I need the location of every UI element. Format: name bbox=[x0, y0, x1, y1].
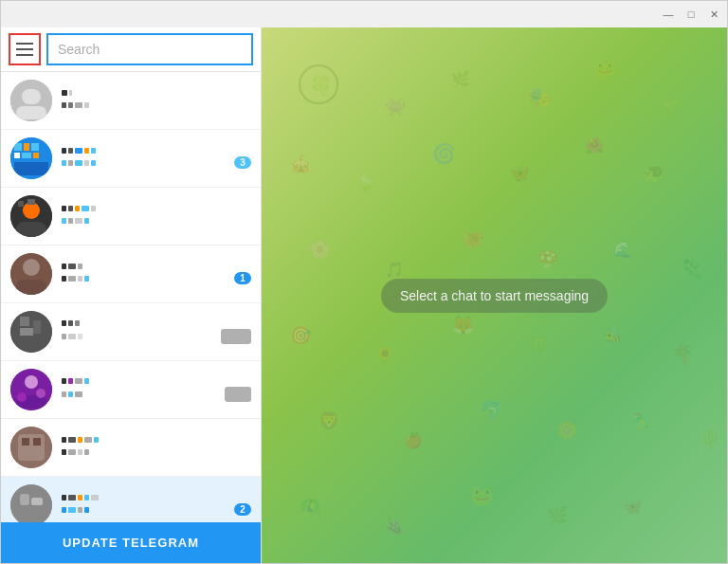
chat-preview bbox=[62, 387, 251, 402]
chat-top-row bbox=[62, 206, 251, 211]
chat-name bbox=[62, 90, 72, 96]
svg-text:🎯: 🎯 bbox=[290, 325, 312, 346]
svg-text:👾: 👾 bbox=[385, 97, 407, 118]
svg-text:🦜: 🦜 bbox=[632, 412, 652, 430]
svg-rect-15 bbox=[27, 199, 35, 205]
menu-button[interactable] bbox=[9, 33, 41, 65]
svg-text:🐝: 🐝 bbox=[604, 327, 624, 345]
avatar bbox=[10, 311, 52, 353]
title-bar: — □ ✕ bbox=[1, 1, 727, 27]
chat-preview-bars bbox=[62, 449, 230, 455]
chat-item[interactable]: 3 bbox=[1, 130, 261, 188]
chat-preview: 0 bbox=[62, 99, 251, 111]
svg-rect-9 bbox=[33, 153, 39, 158]
unread-badge: 2 bbox=[234, 503, 251, 516]
avatar bbox=[10, 484, 52, 522]
chat-item[interactable]: 0 bbox=[1, 188, 261, 246]
svg-rect-18 bbox=[16, 280, 46, 295]
svg-text:🐙: 🐙 bbox=[461, 227, 485, 250]
chat-item[interactable]: 0 bbox=[1, 72, 261, 130]
avatar-icon bbox=[10, 195, 52, 237]
chat-name bbox=[62, 206, 96, 211]
search-bar bbox=[1, 27, 261, 72]
chat-name bbox=[62, 378, 89, 384]
chat-preview: 0 bbox=[62, 446, 251, 458]
svg-text:🍀: 🍀 bbox=[528, 335, 550, 355]
chat-preview-bars bbox=[62, 391, 221, 397]
svg-text:🌊: 🌊 bbox=[613, 241, 633, 259]
search-input[interactable] bbox=[46, 33, 253, 65]
svg-text:🎪: 🎪 bbox=[290, 154, 312, 174]
chat-preview-bars bbox=[62, 507, 230, 513]
svg-rect-22 bbox=[33, 320, 41, 334]
svg-text:🌸: 🌸 bbox=[309, 239, 331, 260]
minimize-button[interactable]: — bbox=[663, 9, 674, 20]
svg-text:🌼: 🌼 bbox=[556, 420, 578, 441]
chat-content: 1 bbox=[62, 264, 251, 284]
svg-text:🎵: 🎵 bbox=[385, 261, 405, 279]
chat-top-row bbox=[62, 320, 251, 326]
update-telegram-button[interactable]: UPDATE TELEGRAM bbox=[1, 522, 261, 563]
chat-top-row bbox=[62, 495, 251, 500]
svg-text:🦁: 🦁 bbox=[318, 410, 340, 431]
svg-rect-8 bbox=[22, 153, 31, 158]
window-controls: — □ ✕ bbox=[663, 9, 719, 20]
svg-text:🦋: 🦋 bbox=[623, 498, 643, 516]
avatar-icon bbox=[10, 369, 52, 410]
chat-item[interactable] bbox=[1, 361, 261, 419]
svg-text:🐸: 🐸 bbox=[594, 59, 616, 80]
avatar-icon bbox=[10, 484, 52, 522]
svg-text:🌿: 🌿 bbox=[547, 505, 569, 526]
svg-point-27 bbox=[36, 389, 46, 398]
svg-rect-5 bbox=[24, 143, 29, 151]
svg-point-24 bbox=[25, 375, 38, 389]
svg-text:🌵: 🌵 bbox=[699, 428, 723, 450]
unread-badge bbox=[221, 329, 251, 344]
svg-rect-20 bbox=[20, 317, 29, 326]
unread-badge bbox=[225, 387, 251, 402]
chat-name bbox=[62, 148, 96, 154]
svg-text:🦊: 🦊 bbox=[451, 314, 476, 337]
chat-preview: 1 bbox=[62, 272, 251, 284]
svg-text:🍄: 🍄 bbox=[537, 249, 559, 270]
chat-top-row bbox=[62, 378, 251, 384]
chat-preview bbox=[62, 329, 251, 344]
chat-item[interactable]: 2 bbox=[1, 477, 261, 522]
svg-text:🦎: 🦎 bbox=[680, 257, 704, 280]
avatar bbox=[10, 369, 52, 410]
chat-item[interactable] bbox=[1, 303, 261, 361]
avatar bbox=[10, 253, 52, 295]
unread-badge: 1 bbox=[234, 272, 251, 284]
chat-item[interactable]: 0 bbox=[1, 419, 261, 477]
chat-name bbox=[62, 264, 82, 269]
svg-text:🌻: 🌻 bbox=[375, 346, 395, 364]
svg-text:🍇: 🍇 bbox=[385, 517, 405, 535]
chat-item[interactable]: 1 bbox=[1, 246, 261, 303]
maximize-button[interactable]: □ bbox=[685, 9, 697, 20]
chat-content: 0 bbox=[62, 206, 251, 227]
svg-rect-34 bbox=[31, 498, 43, 505]
chat-content: 0 bbox=[62, 90, 251, 111]
avatar-icon bbox=[10, 427, 52, 468]
close-button[interactable]: ✕ bbox=[708, 9, 719, 20]
svg-rect-31 bbox=[33, 438, 41, 446]
select-chat-message: Select a chat to start messaging bbox=[381, 279, 608, 313]
chat-name bbox=[62, 320, 80, 326]
chat-content: 2 bbox=[62, 495, 251, 516]
svg-rect-13 bbox=[16, 222, 46, 237]
chat-content bbox=[62, 320, 251, 344]
chat-top-row bbox=[62, 90, 251, 96]
avatar bbox=[10, 195, 52, 237]
chat-list: 0 bbox=[1, 72, 261, 522]
chat-preview-bars bbox=[62, 102, 230, 108]
chat-content: 0 bbox=[62, 437, 251, 458]
svg-text:🦚: 🦚 bbox=[300, 496, 321, 517]
chat-top-row bbox=[62, 148, 251, 154]
chat-top-row bbox=[62, 437, 251, 443]
svg-text:🎭: 🎭 bbox=[528, 85, 553, 108]
chat-preview: 0 bbox=[62, 214, 251, 227]
menu-icon-line2 bbox=[16, 48, 33, 50]
avatar bbox=[10, 137, 52, 179]
svg-text:🌺: 🌺 bbox=[585, 136, 605, 155]
avatar bbox=[10, 427, 52, 468]
